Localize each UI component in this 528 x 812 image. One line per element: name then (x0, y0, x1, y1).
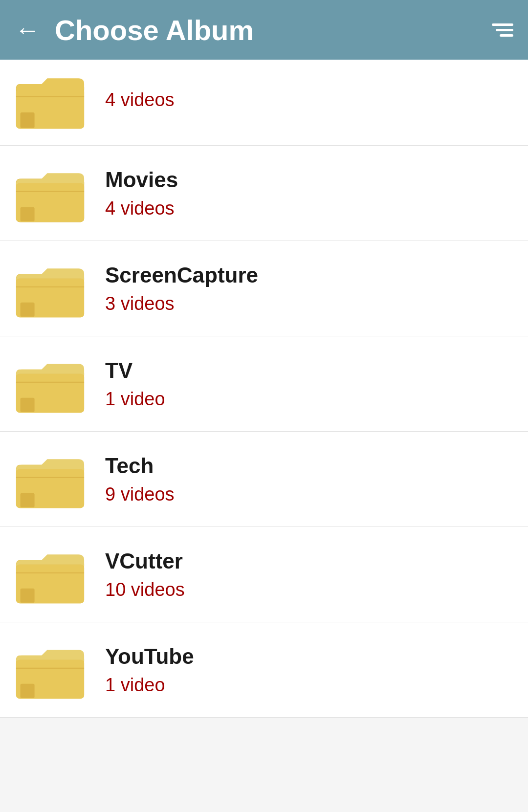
album-info: 4 videos (105, 89, 175, 110)
album-info: Tech 9 videos (105, 454, 175, 505)
svg-rect-3 (21, 112, 35, 128)
album-count: 9 videos (105, 484, 175, 505)
album-name: Tech (105, 454, 175, 478)
album-name: TV (105, 358, 165, 383)
list-item[interactable]: Tech 9 videos (0, 432, 528, 527)
album-info: VCutter 10 videos (105, 549, 185, 600)
album-info: Movies 4 videos (105, 168, 178, 219)
svg-rect-16 (21, 397, 35, 412)
folder-icon (15, 444, 86, 515)
album-name: VCutter (105, 549, 185, 573)
album-count: 4 videos (105, 198, 178, 219)
album-list: 4 videos Movies 4 videos (0, 60, 528, 718)
list-item[interactable]: VCutter 10 videos (0, 527, 528, 622)
svg-rect-8 (21, 207, 35, 221)
app-header: ← Choose Album (0, 0, 528, 60)
folder-icon (15, 158, 86, 229)
page-title: Choose Album (55, 14, 492, 46)
album-name: ScreenCapture (105, 263, 258, 287)
folder-icon (15, 253, 86, 324)
album-count: 3 videos (105, 293, 258, 314)
sort-icon-line2 (496, 29, 513, 31)
album-count: 10 videos (105, 579, 185, 600)
sort-icon-line3 (500, 34, 513, 37)
album-count: 1 video (105, 675, 194, 696)
sort-icon-line1 (492, 23, 513, 26)
svg-rect-12 (21, 302, 35, 316)
svg-rect-28 (21, 683, 35, 698)
list-item[interactable]: 4 videos (0, 60, 528, 146)
back-button[interactable]: ← (15, 17, 40, 43)
album-info: ScreenCapture 3 videos (105, 263, 258, 314)
album-count: 4 videos (105, 89, 175, 110)
sort-button[interactable] (492, 23, 513, 37)
list-item[interactable]: ScreenCapture 3 videos (0, 241, 528, 336)
svg-rect-24 (21, 588, 35, 602)
album-info: TV 1 video (105, 358, 165, 410)
album-count: 1 video (105, 389, 165, 410)
album-info: YouTube 1 video (105, 644, 194, 696)
list-item[interactable]: YouTube 1 video (0, 622, 528, 718)
folder-icon (15, 539, 86, 610)
folder-icon (15, 349, 86, 419)
album-name: YouTube (105, 644, 194, 669)
list-item[interactable]: Movies 4 videos (0, 146, 528, 241)
list-item[interactable]: TV 1 video (0, 336, 528, 432)
svg-rect-20 (21, 493, 35, 507)
album-name: Movies (105, 168, 178, 192)
folder-icon (15, 635, 86, 705)
folder-icon (15, 65, 86, 135)
